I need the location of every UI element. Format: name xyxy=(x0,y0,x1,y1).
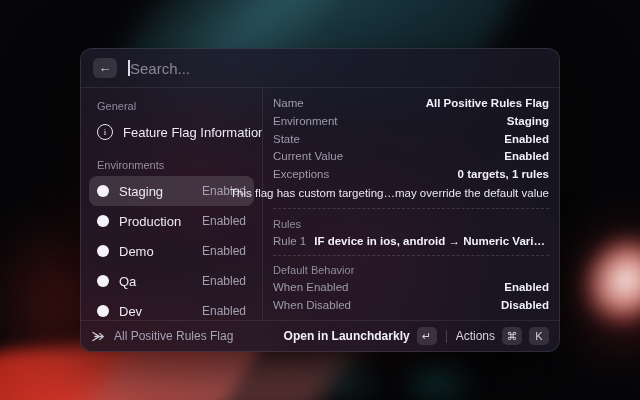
section-header-environments: Environments xyxy=(97,159,246,171)
detail-value: Disabled xyxy=(501,299,549,311)
detail-label: Environment xyxy=(273,115,338,127)
environment-dot-icon xyxy=(97,245,109,257)
detail-value: IF device in ios, android → Numeric Vari… xyxy=(314,235,549,247)
sidebar-item-dev[interactable]: Dev Enabled xyxy=(89,296,254,320)
environment-dot-icon xyxy=(97,275,109,287)
section-header-default-behavior: Default Behavior xyxy=(273,263,549,279)
divider xyxy=(446,330,447,343)
actions-menu-button[interactable]: Actions xyxy=(456,329,495,343)
section-header-rules: Rules xyxy=(273,216,549,232)
detail-row-when-enabled: When Enabled Enabled xyxy=(273,278,549,296)
command-key-icon: ⌘ xyxy=(502,327,522,345)
sidebar-item-qa[interactable]: Qa Enabled xyxy=(89,266,254,296)
environment-status: Enabled xyxy=(202,304,246,318)
sidebar-item-label: Feature Flag Information xyxy=(123,125,263,140)
detail-label: When Disabled xyxy=(273,299,351,311)
footer-selected-item: All Positive Rules Flag xyxy=(91,329,233,344)
detail-value: Enabled xyxy=(504,133,549,145)
environment-status: Enabled xyxy=(202,274,246,288)
environment-status: Enabled xyxy=(202,214,246,228)
environment-name: Production xyxy=(119,214,181,229)
sidebar-item-production[interactable]: Production Enabled xyxy=(89,206,254,236)
detail-value: All Positive Rules Flag xyxy=(426,97,549,109)
text-caret xyxy=(128,60,130,76)
detail-row-rule-1: Rule 1 IF device in ios, android → Numer… xyxy=(273,232,549,250)
window-body: General i Feature Flag Information Envir… xyxy=(81,88,559,320)
wallpaper-salmon-streak xyxy=(83,350,356,400)
detail-value: 0 targets, 1 rules xyxy=(458,168,549,180)
environment-name: Dev xyxy=(119,304,142,319)
back-button[interactable]: ← xyxy=(93,58,117,78)
sidebar-item-feature-flag-information[interactable]: i Feature Flag Information xyxy=(89,117,254,147)
detail-label: When Enabled xyxy=(273,281,348,293)
launcher-window: ← General i Feature Flag Information Env… xyxy=(80,48,560,352)
detail-row-environment: Environment Staging xyxy=(273,112,549,130)
detail-value: Enabled xyxy=(504,150,549,162)
detail-label: Rule 1 xyxy=(273,235,306,247)
wallpaper-teal-glow xyxy=(385,352,490,400)
primary-action-button[interactable]: Open in Launchdarkly xyxy=(284,329,410,343)
detail-label: Current Value xyxy=(273,150,343,162)
custom-targeting-note: This flag has custom targeting…may overr… xyxy=(273,183,549,203)
environment-dot-icon xyxy=(97,215,109,227)
k-key-icon: K xyxy=(529,327,549,345)
wallpaper-pink-glow xyxy=(555,210,640,351)
divider xyxy=(273,208,549,209)
environment-dot-icon xyxy=(97,185,109,197)
environment-status: Enabled xyxy=(202,244,246,258)
info-icon: i xyxy=(97,124,113,140)
detail-panel: Name All Positive Rules Flag Environment… xyxy=(263,88,559,320)
detail-value: Enabled xyxy=(504,281,549,293)
divider xyxy=(273,255,549,256)
detail-row-current-value: Current Value Enabled xyxy=(273,147,549,165)
detail-label: State xyxy=(273,133,300,145)
detail-row-state: State Enabled xyxy=(273,130,549,148)
detail-row-exceptions: Exceptions 0 targets, 1 rules xyxy=(273,165,549,183)
return-key-icon[interactable]: ↵ xyxy=(417,327,437,345)
search-bar: ← xyxy=(81,49,559,87)
sidebar-item-demo[interactable]: Demo Enabled xyxy=(89,236,254,266)
wallpaper-teal-glow xyxy=(300,348,395,400)
desktop: ← General i Feature Flag Information Env… xyxy=(0,0,640,400)
detail-row-name: Name All Positive Rules Flag xyxy=(273,94,549,112)
sidebar: General i Feature Flag Information Envir… xyxy=(81,88,263,320)
environment-name: Demo xyxy=(119,244,154,259)
detail-label: Name xyxy=(273,97,304,109)
forward-arrow-icon xyxy=(91,329,106,344)
environment-name: Qa xyxy=(119,274,136,289)
section-header-general: General xyxy=(97,100,246,112)
detail-row-when-disabled: When Disabled Disabled xyxy=(273,296,549,314)
detail-value: Staging xyxy=(507,115,549,127)
footer: All Positive Rules Flag Open in Launchda… xyxy=(81,321,559,351)
environment-name: Staging xyxy=(119,184,163,199)
detail-label: Exceptions xyxy=(273,168,329,180)
back-arrow-icon: ← xyxy=(99,58,112,78)
note-text: This flag has custom targeting…may overr… xyxy=(230,187,549,199)
environment-dot-icon xyxy=(97,305,109,317)
search-input[interactable] xyxy=(127,60,547,77)
footer-actions: Open in Launchdarkly ↵ Actions ⌘ K xyxy=(284,327,549,345)
search-field-wrap xyxy=(127,56,547,80)
footer-item-label: All Positive Rules Flag xyxy=(114,329,233,343)
